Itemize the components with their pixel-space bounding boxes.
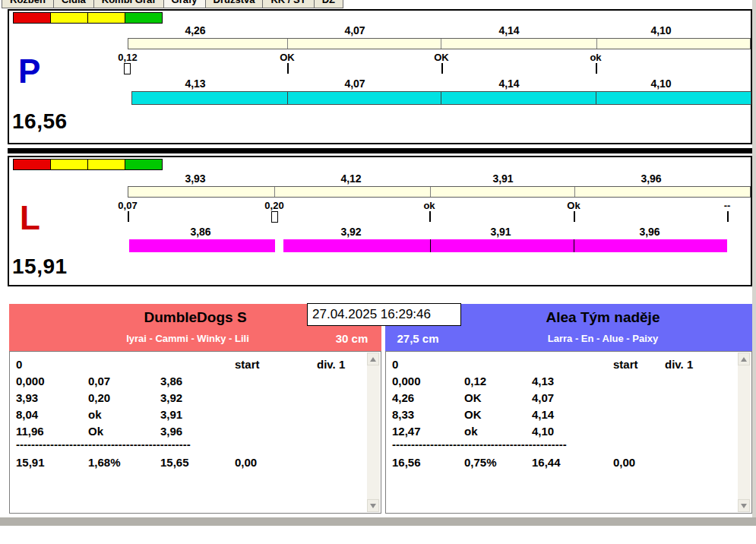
col-header: start: [613, 358, 638, 372]
dog-time: 4,13: [185, 77, 205, 90]
col-header: div. 1: [317, 358, 345, 372]
lane-total-time: 15,91: [12, 255, 68, 279]
split-time: 4,07: [344, 24, 365, 36]
tab-bar: Rozběh Čidla Kombi Graf Grafy Družstva K…: [2, 0, 412, 8]
table-cell: 11,96: [16, 425, 44, 438]
summary-cell: 15,91: [16, 456, 45, 470]
status-bar: [0, 517, 756, 526]
light-green-icon: [125, 12, 163, 24]
tick-mark: [441, 63, 443, 74]
dog-time: 3,96: [639, 226, 660, 238]
bar-segment: [288, 92, 441, 104]
light-yellow-icon: [50, 12, 88, 24]
scroll-down-button[interactable]: [738, 499, 750, 512]
summary-cell: 15,65: [160, 456, 189, 470]
bar-segment: [574, 239, 727, 252]
col-header: start: [235, 358, 260, 372]
sensor-marker: [124, 63, 131, 74]
table-cell: 3,92: [160, 391, 182, 405]
lane-l-panel: 3,93 4,12 3,91 3,96 0,07 0,20 ok Ok -- 3…: [8, 156, 752, 286]
table-cell: ok: [464, 425, 478, 438]
table-cell: Ok: [88, 425, 103, 438]
crossing-mark: Ok: [567, 200, 580, 211]
tab-kombi-graf[interactable]: Kombi Graf: [93, 0, 164, 8]
light-yellow-icon: [50, 159, 88, 170]
col-header: 0: [16, 358, 22, 372]
split-time: 4,26: [185, 24, 205, 36]
tick-mark: [574, 211, 575, 222]
team-name: Alea Tým naděje: [454, 309, 752, 326]
dog-time: 4,14: [498, 77, 519, 90]
scroll-up-button[interactable]: [367, 353, 379, 365]
crossing-mark: 0,20: [264, 200, 283, 211]
tick-mark: [429, 211, 431, 222]
crossing-mark: 0,12: [118, 52, 137, 63]
team-lineup: Iyrai - Cammi - Winky - Lili: [9, 333, 366, 344]
dog-time: 4,10: [650, 77, 671, 90]
tick-mark: [128, 211, 129, 222]
table-cell: 3,96: [160, 425, 182, 438]
tick-mark: [727, 211, 729, 222]
bar-segment: [575, 187, 750, 197]
separator-line: ----------------------------------------…: [16, 438, 191, 451]
tab-dz[interactable]: DZ: [314, 0, 343, 8]
table-cell: 3,86: [160, 375, 182, 388]
start-lights: [13, 12, 162, 24]
dog-time: 4,07: [344, 77, 365, 90]
crossing-mark: ok: [423, 200, 435, 211]
table-cell: 4,14: [532, 408, 554, 422]
table-cell: 4,10: [532, 425, 554, 438]
vertical-scrollbar[interactable]: [738, 353, 751, 512]
split-bar: [128, 38, 751, 49]
timestamp: 27.04.2025 16:29:46: [307, 303, 461, 326]
tab-grafy[interactable]: Grafy: [163, 0, 206, 8]
bar-segment: [288, 39, 441, 49]
vertical-scrollbar[interactable]: [367, 353, 380, 512]
summary-cell: 0,00: [235, 456, 257, 470]
split-time: 4,10: [650, 24, 671, 36]
lane-total-time: 16,56: [12, 109, 68, 134]
tab-druzstva[interactable]: Družstva: [205, 0, 264, 8]
scroll-down-button[interactable]: [367, 499, 379, 512]
bar-segment: [430, 239, 574, 252]
light-red-icon: [13, 159, 51, 170]
table-cell: 8,33: [392, 408, 414, 422]
bar-segment: [596, 92, 751, 104]
dog-time: 3,91: [490, 226, 511, 238]
tab-cidla[interactable]: Čidla: [53, 0, 94, 8]
crossing-mark: ok: [590, 52, 601, 63]
jump-height: 27,5 cm: [388, 332, 448, 345]
application-window: Rozběh Čidla Kombi Graf Grafy Družstva K…: [0, 0, 756, 544]
jump-height: 30 cm: [324, 332, 379, 345]
tab-kk-st[interactable]: KK / ST: [262, 0, 314, 8]
col-header: 0: [392, 358, 398, 372]
table-cell: 0,000: [392, 375, 421, 388]
bar-segment: [283, 239, 430, 252]
arrow-up-icon: [370, 357, 376, 362]
dog-time-bar: [131, 91, 751, 105]
split-time: 4,12: [340, 172, 361, 185]
crossing-mark: OK: [280, 52, 295, 63]
table-cell: 8,04: [16, 408, 38, 422]
crossing-mark: 0,07: [118, 200, 137, 211]
table-cell: 4,07: [532, 391, 554, 405]
team-right-detail: 0 start div. 1 0,000 0,12 4,13 4,26 OK 4…: [385, 351, 752, 514]
table-cell: 4,26: [392, 391, 414, 405]
dog-time-bar: [283, 239, 727, 252]
light-yellow-icon: [87, 12, 125, 24]
tab-rozbeh[interactable]: Rozběh: [2, 0, 54, 8]
table-cell: 3,93: [16, 391, 38, 405]
window-right-edge: [752, 0, 756, 517]
summary-cell: 0,00: [613, 456, 635, 470]
summary-cell: 16,44: [532, 456, 561, 470]
split-time: 4,14: [498, 24, 519, 36]
bar-segment: [128, 187, 275, 197]
arrow-up-icon: [741, 357, 747, 362]
split-time: 3,93: [185, 172, 205, 185]
bar-segment: [597, 39, 750, 49]
lane-letter: L: [20, 201, 40, 235]
scroll-up-button[interactable]: [738, 353, 750, 365]
sensor-marker: [271, 211, 278, 223]
split-time: 3,96: [641, 172, 661, 185]
bar-segment: [441, 39, 597, 49]
